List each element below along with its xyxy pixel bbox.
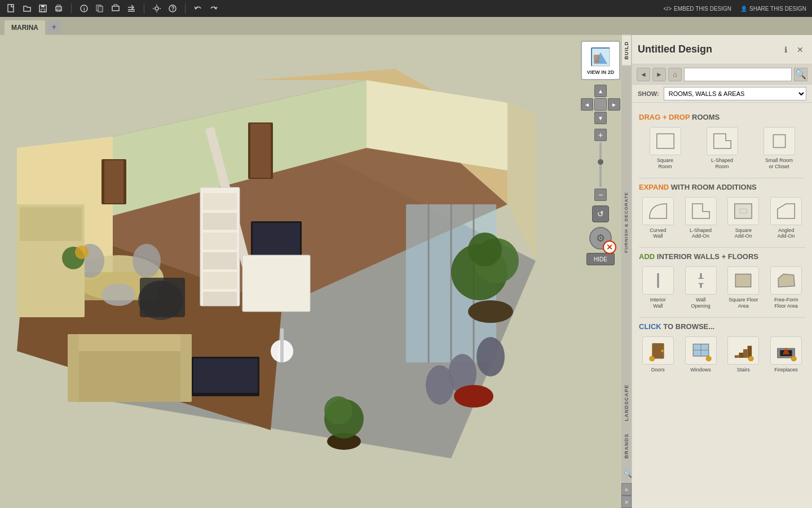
panel-search-button[interactable]: 🔍: [794, 68, 807, 81]
toolbar-export-icon[interactable]: [126, 3, 137, 14]
zoom-out-button[interactable]: −: [594, 189, 607, 201]
panel-back-button[interactable]: ◄: [637, 68, 650, 81]
svg-point-101: [650, 356, 655, 361]
svg-point-113: [791, 356, 796, 361]
item-wall-opening[interactable]: WallOpening: [682, 266, 720, 309]
tab-marina[interactable]: MARINA: [5, 20, 45, 35]
tab-marina-label: MARINA: [11, 24, 38, 32]
side-tab-furnish[interactable]: FURNISH & DECORATE: [621, 66, 632, 379]
side-tab-landscape[interactable]: LANDSCAPE: [621, 378, 632, 427]
item-windows[interactable]: Windows: [682, 336, 720, 373]
item-stairs[interactable]: Stairs: [725, 336, 763, 373]
toolbar-print2-icon[interactable]: [110, 3, 121, 14]
toolbar-undo-icon[interactable]: [192, 3, 204, 14]
fireplaces-icon-box: [770, 336, 802, 365]
view-2d-label: VIEW IN 2D: [587, 69, 615, 75]
item-curved-wall[interactable]: CurvedWall: [639, 197, 677, 240]
toolbar-pages-icon[interactable]: [94, 3, 105, 14]
svg-rect-0: [8, 5, 14, 12]
panel-forward-button[interactable]: ►: [652, 68, 666, 81]
item-fireplaces[interactable]: Fireplaces: [767, 336, 805, 373]
svg-point-54: [102, 283, 135, 306]
svg-rect-49: [242, 255, 310, 312]
item-doors[interactable]: Doors: [639, 336, 677, 373]
panel-nav: ◄ ► ⌂ 🔍: [632, 64, 812, 85]
svg-rect-108: [743, 349, 748, 358]
hide-overlay-icon: ✕: [603, 240, 616, 254]
nav-down-button[interactable]: ▼: [594, 112, 607, 124]
toolbar-settings-icon[interactable]: [151, 3, 162, 14]
interior-walls-grid: InteriorWall WallOpening: [639, 266, 805, 309]
share-button[interactable]: 👤 SHARE THIS DESIGN: [740, 6, 806, 12]
svg-point-64: [426, 365, 454, 405]
show-select[interactable]: ROOMS, WALLS & AREAS: [664, 87, 806, 100]
svg-point-100: [661, 349, 664, 352]
svg-point-110: [748, 356, 753, 361]
nav-left-button[interactable]: ◄: [581, 98, 593, 111]
reset-rotation-button[interactable]: ↺: [592, 205, 609, 222]
toolbar-new-icon[interactable]: [6, 3, 17, 14]
embed-label: EMBED THIS DESIGN: [674, 6, 731, 12]
toolbar-save-icon[interactable]: [37, 3, 48, 14]
svg-rect-67: [280, 329, 284, 362]
nav-up-button[interactable]: ▲: [594, 85, 607, 97]
item-square-room[interactable]: SquareRoom: [639, 127, 691, 170]
zoom-slider[interactable]: [599, 142, 602, 187]
interior-walls-title-normal: INTERIOR WALLS + FLOORS: [657, 252, 758, 261]
item-l-shaped-room[interactable]: L-ShapedRoom: [696, 127, 748, 170]
svg-rect-82: [594, 55, 599, 63]
svg-rect-107: [739, 353, 744, 358]
panel-info-icon[interactable]: ℹ: [779, 43, 792, 56]
toolbar-info-icon[interactable]: i: [78, 3, 90, 14]
right-panel: Untitled Design ℹ ✕ ◄ ► ⌂ 🔍 SHOW: ROOMS,…: [632, 35, 812, 508]
panel-collapse-down-button[interactable]: »: [621, 496, 632, 508]
tab-add-button[interactable]: +: [47, 20, 61, 34]
svg-rect-85: [656, 134, 673, 148]
browse-title: CLICK TO BROWSE...: [639, 322, 805, 331]
panel-home-button[interactable]: ⌂: [668, 68, 682, 81]
show-label: SHOW:: [638, 90, 659, 97]
zoom-slider-thumb: [598, 159, 603, 165]
svg-text:i: i: [83, 6, 85, 12]
nav-center-button[interactable]: [594, 98, 607, 111]
svg-point-79: [75, 246, 89, 259]
item-square-floor-area[interactable]: Square FloorArea: [725, 266, 763, 309]
svg-rect-48: [253, 223, 300, 255]
toolbar-redo-icon[interactable]: [208, 3, 219, 14]
viewport-controls: VIEW IN 2D ▲ ▼ ◄ ► + − ↺ ⚙: [581, 41, 620, 265]
view-2d-button[interactable]: VIEW IN 2D: [581, 41, 620, 80]
item-interior-wall[interactable]: InteriorWall: [639, 266, 677, 309]
toolbar-open-icon[interactable]: [21, 3, 33, 14]
item-freeform-floor-area[interactable]: Free-FormFloor Area: [767, 266, 805, 309]
item-square-addon[interactable]: SquareAdd-On: [725, 197, 763, 240]
hide-button[interactable]: HIDE: [586, 253, 615, 265]
svg-rect-71: [68, 334, 192, 351]
share-label: SHARE THIS DESIGN: [749, 6, 806, 12]
interior-wall-label: InteriorWall: [650, 297, 666, 309]
zoom-in-button[interactable]: +: [594, 129, 607, 141]
side-tab-brands[interactable]: BRANDS: [621, 427, 632, 465]
item-small-room-closet[interactable]: Small Roomor Closet: [753, 127, 805, 170]
panel-close-icon[interactable]: ✕: [794, 43, 806, 56]
square-room-label: SquareRoom: [657, 157, 673, 170]
toolbar-print-icon[interactable]: [53, 3, 64, 14]
nav-right-button[interactable]: ►: [608, 98, 620, 111]
side-tab-build[interactable]: BUILD: [621, 35, 632, 66]
panel-search-input[interactable]: [684, 68, 792, 81]
embed-button[interactable]: </> EMBED THIS DESIGN: [664, 6, 732, 12]
panel-collapse-buttons: « »: [621, 483, 632, 508]
svg-rect-44: [203, 252, 237, 269]
item-angled-addon[interactable]: AngledAdd-On: [767, 197, 805, 240]
freeform-floor-area-icon-box: [770, 266, 802, 295]
canvas-area[interactable]: VIEW IN 2D ▲ ▼ ◄ ► + − ↺ ⚙: [0, 35, 632, 508]
svg-point-15: [155, 7, 158, 10]
interior-walls-title: ADD INTERIOR WALLS + FLOORS: [639, 252, 805, 261]
fireplaces-label: Fireplaces: [774, 367, 798, 373]
side-tab-search[interactable]: 🔍: [621, 465, 632, 483]
item-l-shaped-addon[interactable]: L-ShapedAdd-On: [682, 197, 720, 240]
divider-1: [639, 178, 805, 178]
browse-grid: Doors Windows: [639, 336, 805, 373]
l-shaped-addon-label: L-ShapedAdd-On: [690, 227, 712, 240]
panel-collapse-up-button[interactable]: «: [621, 483, 632, 496]
toolbar-help-icon[interactable]: ?: [167, 3, 178, 14]
